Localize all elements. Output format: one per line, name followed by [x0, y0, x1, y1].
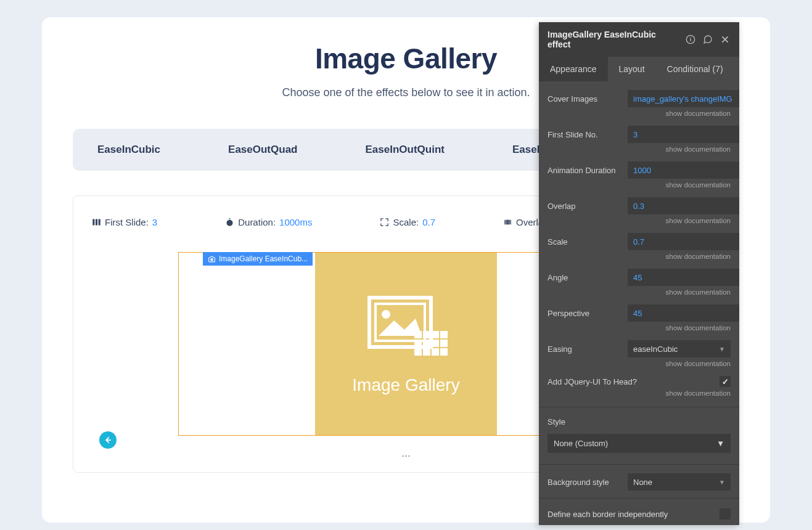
doc-link-jquery[interactable]: show documentation: [539, 388, 739, 401]
svg-rect-15: [414, 340, 422, 347]
arrow-left-icon: [104, 436, 112, 444]
label-cover-images: Cover Images: [547, 94, 628, 104]
svg-point-3: [227, 220, 233, 226]
label-perspective: Perspective: [547, 309, 628, 318]
svg-rect-17: [432, 340, 439, 347]
doc-link-first-slide[interactable]: show documentation: [539, 144, 739, 157]
doc-link-anim-duration[interactable]: show documentation: [539, 180, 739, 192]
input-scale[interactable]: [628, 233, 739, 250]
svg-rect-22: [440, 348, 448, 356]
gallery-placeholder-icon: [360, 293, 453, 367]
svg-point-7: [210, 258, 213, 260]
tab-easeinoutquint[interactable]: EaseInOutQuint: [365, 144, 444, 156]
svg-rect-2: [99, 219, 100, 226]
panel-tab-conditional[interactable]: Conditional (7): [656, 57, 734, 81]
info-icon[interactable]: i: [685, 34, 696, 45]
prev-arrow-button[interactable]: [99, 431, 117, 449]
properties-panel: ImageGallery EaseInCubic effect i Appear…: [539, 22, 739, 525]
doc-link-scale[interactable]: show documentation: [539, 251, 739, 264]
camera-icon: [208, 255, 216, 263]
panel-tab-layout[interactable]: Layout: [608, 57, 656, 81]
label-first-slide: First Slide No.: [547, 130, 628, 139]
select-easing-value: easeInCubic: [633, 344, 678, 354]
panel-body: Cover Images show documentation First Sl…: [539, 81, 739, 525]
stat-scale: Scale: 0.7: [380, 217, 435, 227]
input-anim-duration[interactable]: [628, 161, 739, 179]
input-perspective[interactable]: [628, 304, 739, 322]
stat-duration-value: 1000ms: [279, 217, 312, 227]
svg-rect-13: [432, 331, 439, 338]
panel-title: ImageGallery EaseInCubic effect: [547, 30, 679, 49]
checkbox-border-indep[interactable]: [720, 508, 731, 520]
label-scale: Scale: [547, 237, 628, 247]
doc-link-angle[interactable]: show documentation: [539, 287, 739, 300]
doc-link-overlap[interactable]: show documentation: [539, 216, 739, 228]
checkbox-jquery[interactable]: [720, 376, 731, 387]
tab-easeincubic[interactable]: EaseInCubic: [97, 144, 160, 156]
select-bg-style[interactable]: None▼: [628, 473, 731, 491]
svg-rect-18: [440, 340, 448, 347]
label-anim-duration: Animation Duration: [547, 166, 628, 175]
label-border-indep: Define each border independently: [547, 510, 713, 519]
stat-duration: Duration: 1000ms: [225, 217, 312, 227]
overlap-icon: [503, 218, 512, 227]
section-divider: [539, 498, 739, 499]
placeholder-label: Image Gallery: [352, 375, 459, 395]
input-overlap[interactable]: [628, 197, 739, 214]
stopwatch-icon: [225, 218, 234, 227]
tab-easeoutquad[interactable]: EaseOutQuad: [228, 144, 297, 156]
stat-duration-label: Duration:: [238, 217, 276, 227]
svg-rect-11: [414, 331, 422, 338]
panel-tabs: Appearance Layout Conditional (7): [539, 57, 739, 81]
input-first-slide[interactable]: [628, 126, 739, 143]
stat-first-slide-value: 3: [152, 217, 157, 227]
svg-point-10: [382, 310, 390, 319]
image-placeholder: Image Gallery: [315, 253, 497, 435]
svg-rect-6: [507, 220, 512, 225]
svg-rect-19: [414, 348, 422, 356]
label-angle: Angle: [547, 273, 628, 282]
section-divider: [539, 464, 739, 465]
stat-scale-label: Scale:: [393, 217, 419, 227]
svg-rect-12: [423, 331, 430, 338]
chevron-down-icon: ▼: [719, 479, 725, 486]
svg-rect-21: [432, 348, 439, 356]
doc-link-cover-images[interactable]: show documentation: [539, 108, 739, 121]
columns-icon: [92, 218, 101, 227]
stat-scale-value: 0.7: [422, 217, 435, 227]
svg-rect-4: [229, 218, 231, 219]
expand-icon: [380, 218, 389, 227]
label-bg-style: Background style: [547, 478, 628, 487]
svg-rect-16: [423, 340, 430, 347]
select-easing[interactable]: easeInCubic▼: [628, 340, 731, 357]
svg-rect-0: [92, 219, 94, 226]
label-overlap: Overlap: [547, 202, 628, 211]
selected-element-tag[interactable]: ImageGallery EaseInCub...: [203, 252, 313, 266]
svg-text:i: i: [690, 36, 692, 43]
comment-icon[interactable]: [702, 34, 713, 45]
svg-rect-20: [423, 348, 430, 356]
select-style[interactable]: None (Custom)▼: [547, 434, 731, 453]
label-easing: Easing: [547, 344, 628, 354]
input-angle[interactable]: [628, 269, 739, 286]
close-icon[interactable]: [720, 34, 731, 45]
input-cover-images[interactable]: [628, 90, 739, 107]
stat-first-slide: First Slide: 3: [92, 217, 157, 227]
svg-rect-14: [440, 331, 448, 338]
svg-rect-1: [96, 219, 97, 226]
doc-link-perspective[interactable]: show documentation: [539, 323, 739, 335]
section-divider: [539, 407, 739, 407]
chevron-down-icon: ▼: [716, 439, 724, 448]
stat-first-slide-label: First Slide:: [105, 217, 149, 227]
panel-header[interactable]: ImageGallery EaseInCubic effect i: [539, 22, 739, 57]
element-tag-label: ImageGallery EaseInCub...: [219, 255, 308, 263]
chevron-down-icon: ▼: [719, 346, 725, 353]
select-bg-style-value: None: [633, 478, 652, 487]
label-style: Style: [539, 411, 739, 429]
panel-tab-appearance[interactable]: Appearance: [539, 57, 608, 81]
doc-link-easing[interactable]: show documentation: [539, 359, 739, 371]
select-style-value: None (Custom): [554, 439, 608, 448]
label-jquery: Add JQuery-UI To Head?: [547, 377, 720, 386]
